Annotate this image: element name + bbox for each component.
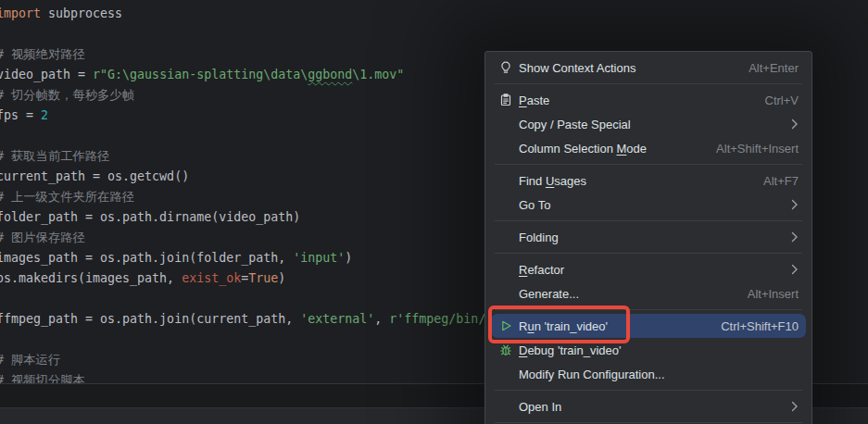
menu-item-shortcut: Ctrl+Shift+F10 [721,319,799,333]
blank-icon [498,173,513,188]
menu-item-label: Folding [519,231,559,244]
menu-separator [495,422,802,423]
blank-icon [498,141,513,156]
menu-item-modify-run-configuration[interactable]: Modify Run Configuration... [491,362,806,386]
menu-separator [495,83,802,84]
code-line: # 上一级文件夹所在路径 [0,187,485,207]
menu-item-label: Modify Run Configuration... [519,368,665,381]
chevron-right-icon [791,264,799,275]
code-line: video_path = r"G:\gaussian-splatting\dat… [0,65,485,85]
debug-icon [498,343,513,357]
code-line: images_path = os.path.join(folder_path, … [0,248,485,268]
blank-icon [498,262,513,277]
menu-item-shortcut: Alt+F7 [763,174,799,188]
menu-item-label: Copy / Paste Special [519,118,631,131]
code-line: ffmpeg_path = os.path.join(current_path,… [0,309,485,330]
menu-item-go-to[interactable]: Go To [491,193,806,217]
ide-window: import osimport subprocess# 视频绝对路径video_… [0,0,868,424]
chevron-right-icon [791,401,799,412]
menu-separator [495,164,802,165]
blank-icon [498,197,513,212]
menu-item-label: Refactor [519,263,564,277]
menu-item-label: Debug 'train_video' [519,343,621,357]
menu-item-column-selection-mode[interactable]: Column Selection ModeAlt+Shift+Insert [491,136,806,160]
menu-item-generate[interactable]: Generate...Alt+Insert [491,281,806,306]
chevron-right-icon [791,118,799,130]
code-line [0,24,485,44]
chevron-right-icon [791,231,799,243]
menu-item-label: Column Selection Mode [519,142,647,156]
menu-item-shortcut: Ctrl+V [765,94,799,107]
code-line: # 切分帧数，每秒多少帧 [0,85,485,106]
lightbulb-icon [498,60,513,75]
code-line [0,126,485,146]
code-line: current_path = os.getcwd() [0,167,485,187]
code-line [0,330,485,350]
menu-item-shortcut: Alt+Shift+Insert [716,142,799,156]
blank-icon [498,367,513,381]
editor-context-menu: Show Context ActionsAlt+EnterPasteCtrl+V… [484,51,812,424]
paste-icon [498,93,513,107]
code-line [0,289,485,309]
blank-icon [498,230,513,244]
menu-item-debug-train-video[interactable]: Debug 'train_video' [491,338,806,362]
blank-icon [498,117,513,131]
menu-item-open-in[interactable]: Open In [491,394,806,418]
menu-item-find-usages[interactable]: Find UsagesAlt+F7 [491,168,806,193]
code-line: fps = 2 [0,106,485,126]
code-line: # 视频切分脚本 [0,370,485,383]
menu-item-label: Paste [519,94,549,107]
menu-item-folding[interactable]: Folding [491,225,806,249]
menu-item-label: Show Context Actions [519,61,635,75]
menu-separator [495,390,802,391]
code-line: # 脚本运行 [0,350,485,370]
menu-item-paste[interactable]: PasteCtrl+V [491,88,806,112]
code-line: # 视频绝对路径 [0,44,485,65]
code-lines: import osimport subprocess# 视频绝对路径video_… [0,0,485,383]
code-line: folder_path = os.path.dirname(video_path… [0,207,485,228]
menu-separator [495,220,802,221]
code-line: os.makedirs(images_path, exist_ok=True) [0,268,485,289]
menu-item-label: Generate... [519,287,579,301]
menu-item-refactor[interactable]: Refactor [491,257,806,281]
code-line: # 图片保存路径 [0,228,485,248]
menu-separator [495,253,802,254]
menu-item-copy-paste-special[interactable]: Copy / Paste Special [491,112,806,136]
menu-item-shortcut: Alt+Enter [748,61,799,75]
chevron-right-icon [791,199,799,210]
menu-item-label: Open In [519,400,561,414]
blank-icon [498,286,513,301]
code-line: # 获取当前工作路径 [0,146,485,167]
menu-item-label: Find Usages [519,174,586,188]
menu-item-shortcut: Alt+Insert [748,287,799,301]
menu-item-show-context-actions[interactable]: Show Context ActionsAlt+Enter [491,56,806,80]
menu-item-label: Go To [519,198,550,212]
menu-separator [495,309,802,310]
menu-item-run-train-video[interactable]: Run 'train_video'Ctrl+Shift+F10 [491,314,806,338]
blank-icon [498,399,513,414]
run-icon [498,318,513,333]
code-line: import subprocess [0,4,485,24]
menu-item-label: Run 'train_video' [519,319,608,333]
